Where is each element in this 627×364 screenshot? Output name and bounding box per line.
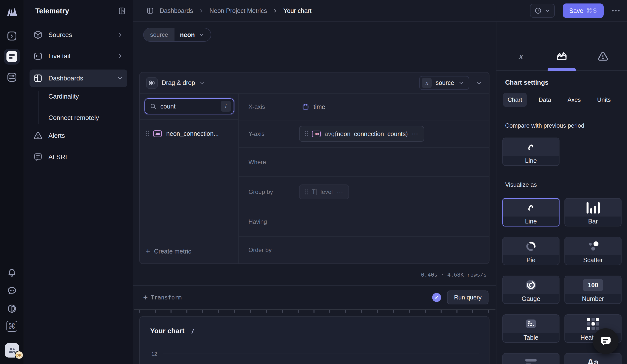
theme-contrast-icon[interactable] — [6, 303, 18, 314]
builder-mode-icon[interactable] — [146, 77, 157, 89]
column-selector-value: source — [436, 79, 454, 86]
content-area: Dashboards Neon Project Metrics Your cha… — [133, 0, 627, 364]
sidebar-item-sources[interactable]: Sources — [30, 27, 127, 43]
column-selector-dropdown[interactable]: x source — [419, 76, 469, 90]
viz-option-partial-statistic[interactable] — [502, 353, 560, 364]
source-filter-dropdown[interactable]: source neon — [143, 28, 211, 42]
drag-handle-icon[interactable] — [305, 189, 308, 194]
sidebar-item-connect-remotely[interactable]: Connect remotely — [43, 111, 127, 125]
settings-sliders-icon[interactable] — [6, 71, 18, 83]
create-metric-label: Create metric — [154, 248, 191, 255]
warning-triangle-icon — [33, 131, 43, 141]
user-avatar[interactable]: DR — [5, 343, 19, 358]
run-query-button[interactable]: Run query — [447, 291, 488, 304]
table-icon — [503, 315, 559, 333]
viz-option-line[interactable]: Line — [502, 198, 560, 226]
warning-triangle-icon — [597, 50, 609, 62]
metric-search: / — [145, 98, 234, 114]
viz-option-number[interactable]: 100 Number — [565, 276, 622, 304]
sidebar-item-ai-sre[interactable]: AI SRE — [30, 149, 127, 165]
plus-icon — [143, 294, 148, 301]
collapse-sidebar-icon[interactable] — [117, 6, 126, 15]
builder-mode-label[interactable]: Drag & drop — [161, 79, 195, 86]
aggregation-close: ) — [406, 130, 408, 137]
x-variable-icon: x — [518, 51, 523, 61]
pie-chart-icon — [503, 237, 559, 255]
where-row[interactable]: Where — [239, 148, 489, 177]
terminal-icon — [33, 51, 43, 61]
breadcrumb-dashboard-name[interactable]: Neon Project Metrics — [209, 7, 267, 14]
sidebar-item-alerts[interactable]: Alerts — [30, 128, 127, 144]
compare-section-title: Compare with previous period — [505, 122, 621, 129]
viz-option-label: Number — [565, 294, 621, 303]
text-type-icon — [312, 188, 316, 195]
chart-panel: Your chart 12 — [139, 316, 489, 364]
main-column: source neon — [133, 22, 496, 364]
pill-options-icon[interactable] — [412, 131, 418, 137]
query-valid-check-icon — [432, 293, 441, 302]
time-range-button[interactable] — [530, 4, 555, 18]
viz-option-scatter[interactable]: Scatter — [565, 237, 622, 265]
add-transform-button[interactable]: Transform — [143, 294, 182, 301]
collapse-panel-chevron-icon[interactable] — [475, 79, 482, 86]
settings-panel-tabs: x — [496, 22, 627, 71]
heatmap-icon — [565, 315, 621, 333]
viz-option-pie[interactable]: Pie — [502, 237, 560, 265]
having-row[interactable]: Having — [239, 207, 489, 237]
tab-units[interactable]: Units — [593, 93, 615, 107]
statistic-dash-icon — [503, 354, 559, 364]
order-by-row[interactable]: Order by — [239, 237, 489, 263]
avatar-initials-badge: DR — [15, 351, 24, 360]
viz-option-gauge[interactable]: Gauge — [502, 276, 560, 304]
flows-icon[interactable] — [6, 30, 18, 42]
sidebar-item-dashboards[interactable]: Dashboards — [30, 69, 127, 87]
breadcrumb-dashboards[interactable]: Dashboards — [159, 7, 193, 14]
dashboards-grid-icon — [146, 7, 154, 15]
breadcrumb: Dashboards Neon Project Metrics Your cha… — [146, 7, 530, 15]
group-by-pill[interactable]: level — [299, 184, 349, 199]
metric-search-input[interactable] — [160, 103, 217, 110]
edit-pencil-icon[interactable] — [189, 327, 196, 335]
y-axis-aggregation-pill[interactable]: .00 avg(neon_connection_counts) — [299, 126, 424, 142]
tab-variables[interactable]: x — [513, 49, 528, 64]
viz-option-bar[interactable]: Bar — [565, 198, 622, 226]
tab-data[interactable]: Data — [534, 93, 556, 107]
numeric-type-badge: .00 — [312, 131, 321, 137]
x-axis-row[interactable]: X-axis time — [239, 94, 489, 120]
feedback-chat-icon[interactable] — [6, 285, 18, 297]
rail-divider — [7, 338, 17, 338]
support-chat-button[interactable] — [593, 328, 619, 354]
plus-icon — [146, 248, 150, 255]
chevron-right-icon — [117, 32, 123, 38]
filter-key: source — [144, 28, 174, 41]
calendar-icon — [302, 103, 310, 111]
tab-chart-settings[interactable] — [554, 49, 570, 64]
command-menu-icon[interactable]: ⌘ — [6, 321, 17, 332]
save-label: Save — [569, 7, 583, 14]
sidebar-item-live-tail[interactable]: Live tail — [30, 48, 127, 64]
number-100-badge: 100 — [583, 279, 603, 291]
sidebar-item-label: AI SRE — [49, 153, 123, 161]
pill-options-icon[interactable] — [337, 189, 343, 195]
gauge-icon — [503, 276, 559, 294]
sidebar-item-cardinality[interactable]: Cardinality — [43, 89, 127, 103]
query-icon[interactable] — [6, 51, 17, 62]
chat-bubble-icon — [599, 334, 613, 348]
viz-option-partial-text[interactable]: Aa — [565, 353, 622, 364]
save-button[interactable]: Save ⌘S — [563, 3, 604, 18]
drag-handle-icon[interactable] — [305, 131, 308, 136]
compare-line-option[interactable]: Line — [502, 138, 560, 166]
metric-list-item[interactable]: .00 neon_connection... — [146, 127, 235, 141]
drag-handle-icon[interactable] — [146, 131, 149, 136]
create-metric-button[interactable]: Create metric — [140, 239, 238, 263]
bar-chart-icon — [565, 199, 621, 216]
tab-axes[interactable]: Axes — [563, 93, 585, 107]
tab-monitors[interactable] — [595, 49, 611, 64]
more-options-icon[interactable] — [612, 8, 620, 13]
cube-icon — [33, 30, 43, 40]
chevron-right-icon — [117, 53, 123, 59]
viz-option-table[interactable]: Table — [502, 314, 560, 343]
notifications-bell-icon[interactable] — [6, 267, 18, 279]
tab-chart[interactable]: Chart — [503, 93, 527, 107]
slash-shortcut-badge: / — [221, 101, 231, 112]
